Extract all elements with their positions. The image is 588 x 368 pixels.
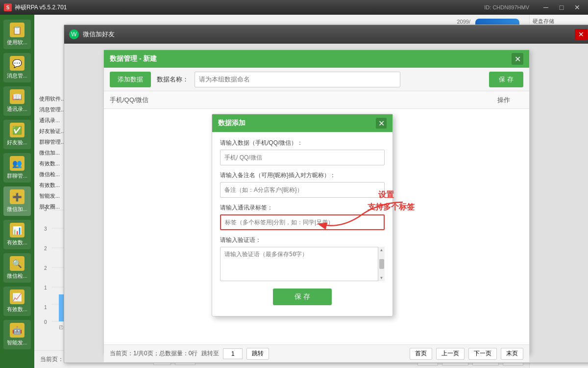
add-data-button[interactable]: 添加数据: [110, 72, 151, 87]
sidebar-icon-4: 👥: [10, 156, 24, 171]
data-mgmt-toolbar: 添加数据 数据名称： 保 存: [104, 68, 529, 91]
sidebar-icon-9: 🤖: [10, 323, 24, 338]
data-mgmt-close-button[interactable]: ✕: [512, 53, 523, 65]
sidebar-item-4[interactable]: 👥 群聊管...: [3, 153, 31, 183]
prev-page-button[interactable]: 上一页: [436, 348, 465, 360]
svg-text:2: 2: [44, 265, 47, 271]
form-group-phone: 请输入数据（手机/QQ/微信）：: [220, 139, 385, 165]
scroll-up-arrow[interactable]: ▲: [380, 248, 384, 252]
data-add-title: 数据添加: [218, 119, 376, 128]
sidebar: 📋 使用软... 💬 消息管... 📖 通讯录... ✅ 好友验... 👥 群聊…: [0, 15, 34, 368]
first-page-button[interactable]: 首页: [410, 348, 432, 360]
form-group-verify: 请输入验证语： ▲ ▼: [220, 236, 385, 283]
sidebar-item-2[interactable]: 📖 通讯录...: [3, 86, 31, 116]
data-add-body: 请输入数据（手机/QQ/微信）： 请输入备注名（可用{昵称}插入对方昵称）： 请…: [212, 132, 392, 316]
sidebar-icon-5: ➕: [10, 189, 24, 204]
footer-jump-button[interactable]: 跳转: [246, 348, 269, 360]
sidebar-item-9[interactable]: 🤖 智能发...: [3, 320, 31, 349]
form-group-tag: 请输入通讯录标签：: [220, 204, 385, 230]
bg-menu: 使用软件... 消息管理... 通讯录... 好友验证... 群聊管理... 微…: [39, 93, 65, 212]
data-name-label: 数据名称：: [157, 75, 189, 84]
wechat-window: W 微信加好友 ✕ 数据管理 - 新建 ✕ 添加数据 数据名称： 保 存: [64, 25, 588, 363]
form-label-verify: 请输入验证语：: [220, 236, 385, 244]
sidebar-icon-8: 📈: [10, 289, 24, 304]
sidebar-item-6[interactable]: 📊 有效数...: [3, 220, 31, 249]
data-add-close-button[interactable]: ✕: [376, 118, 387, 129]
svg-text:1: 1: [44, 305, 47, 310]
scroll-down-arrow[interactable]: ▼: [380, 276, 384, 280]
form-label-remark: 请输入备注名（可用{昵称}插入对方昵称）：: [220, 171, 385, 180]
sidebar-icon-1: 💬: [10, 56, 24, 71]
sidebar-item-5[interactable]: ➕ 微信加...: [3, 186, 31, 216]
data-mgmt-dialog: 数据管理 - 新建 ✕ 添加数据 数据名称： 保 存 手机/QQ/微信 操作: [103, 50, 530, 354]
remark-input[interactable]: [220, 182, 385, 198]
phone-input[interactable]: [220, 150, 385, 165]
disk-label: 硬盘存储: [533, 18, 585, 25]
svg-text:3: 3: [44, 226, 47, 232]
wechat-icon: W: [69, 29, 79, 39]
data-add-save-button[interactable]: 保 存: [273, 289, 332, 305]
wechat-close-button[interactable]: ✕: [575, 29, 588, 40]
col-op-header: 操作: [484, 96, 523, 105]
sidebar-icon-2: 📖: [10, 89, 24, 104]
data-mgmt-footer: 当前页：1/共0页；总数据量：0行 跳转至 跳转 首页 上一页 下一页 末页: [104, 344, 529, 362]
sidebar-icon-6: 📊: [10, 223, 24, 237]
main-content: 🔒 2099/ 使用软件... 消息管理... 通讯录... 好友验证... 群…: [34, 15, 588, 368]
table-header: 手机/QQ/微信 操作: [104, 91, 529, 109]
sidebar-item-8[interactable]: 📈 有效数...: [3, 287, 31, 316]
svg-text:3: 3: [44, 207, 47, 212]
last-page-button[interactable]: 末页: [501, 348, 523, 360]
maximize-button[interactable]: □: [555, 2, 568, 13]
sidebar-item-7[interactable]: 🔍 微信检...: [3, 253, 31, 283]
data-mgmt-title: 数据管理 - 新建: [110, 54, 512, 63]
save-btn-container: 保 存: [220, 289, 385, 305]
form-label-phone: 请输入数据（手机/QQ/微信）：: [220, 139, 385, 147]
sidebar-item-3[interactable]: ✅ 好友验...: [3, 120, 31, 149]
form-group-remark: 请输入备注名（可用{昵称}插入对方昵称）：: [220, 171, 385, 198]
data-add-dialog: 数据添加 ✕ 请输入数据（手机/QQ/微信）： 请输入备注名（可用{昵称}插入对…: [212, 114, 393, 316]
data-add-titlebar: 数据添加 ✕: [212, 114, 392, 132]
wechat-titlebar: W 微信加好友 ✕: [64, 25, 588, 44]
sidebar-icon-7: 🔍: [10, 256, 24, 271]
app-icon: S: [4, 3, 12, 11]
next-page-button[interactable]: 下一页: [468, 348, 497, 360]
svg-text:0: 0: [44, 319, 47, 325]
sidebar-icon-3: ✅: [10, 123, 24, 137]
data-name-input[interactable]: [195, 72, 400, 87]
col-phone-header: 手机/QQ/微信: [110, 96, 484, 105]
form-label-tag: 请输入通讯录标签：: [220, 204, 385, 212]
svg-text:1: 1: [44, 285, 47, 290]
minimize-button[interactable]: ─: [539, 2, 553, 13]
sidebar-item-0[interactable]: 📋 使用软...: [3, 20, 31, 49]
tag-input[interactable]: [220, 214, 385, 230]
sidebar-item-1[interactable]: 💬 消息管...: [3, 53, 31, 82]
app-id: ID: CHDN897HMV: [484, 4, 529, 10]
scrollbar-thumb[interactable]: [379, 259, 384, 269]
svg-text:2: 2: [44, 246, 47, 251]
verify-textarea[interactable]: [220, 247, 385, 281]
close-button[interactable]: ✕: [570, 2, 584, 13]
verify-textarea-wrapper: ▲ ▼: [220, 247, 385, 283]
footer-text: 当前页：1/共0页；总数据量：0行: [110, 349, 197, 358]
footer-jump-label: 跳转至: [201, 349, 219, 358]
sidebar-icon-0: 📋: [10, 23, 24, 37]
titlebar-controls: ─ □ ✕: [539, 2, 584, 13]
wechat-title: 微信加好友: [83, 30, 575, 39]
data-mgmt-titlebar: 数据管理 - 新建 ✕: [104, 50, 529, 68]
bg-stat: 2099/: [457, 19, 470, 25]
textarea-scrollbar: ▲ ▼: [378, 247, 385, 281]
app-titlebar: S 神硕RPA v5.5.2.701 ID: CHDN897HMV ─ □ ✕: [0, 0, 588, 15]
background-content: 📋 使用软... 💬 消息管... 📖 通讯录... ✅ 好友验... 👥 群聊…: [0, 15, 588, 368]
footer-jump-input[interactable]: [223, 348, 243, 359]
app-title: 神硕RPA v5.5.2.701: [15, 3, 484, 12]
data-mgmt-save-button[interactable]: 保 存: [489, 72, 523, 87]
